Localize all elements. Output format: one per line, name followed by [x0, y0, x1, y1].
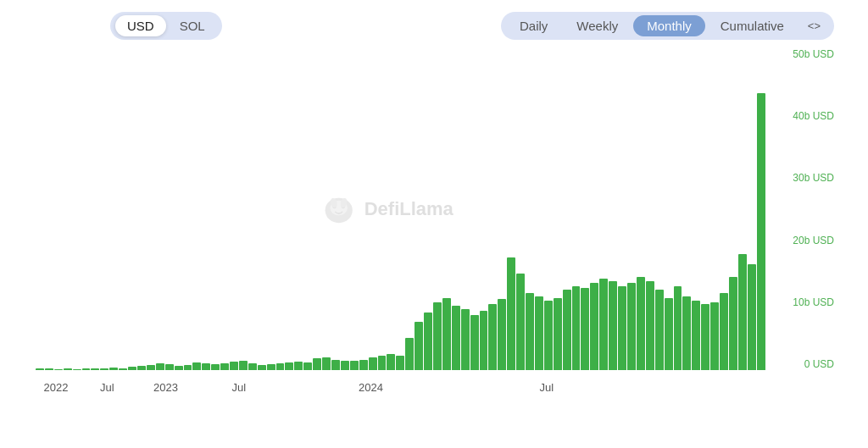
monthly-button[interactable]: Monthly	[633, 15, 705, 36]
bar	[498, 299, 506, 370]
x-axis: 2022Jul2023Jul2024Jul	[34, 370, 766, 404]
bar	[544, 301, 553, 370]
watermark: DefiLlama	[320, 191, 453, 228]
x-axis-label: 2022	[43, 381, 68, 394]
bar	[646, 281, 654, 370]
chart-area: DefiLlama 0 USD10b USD20b USD30b USD40b …	[34, 48, 834, 404]
bar	[313, 358, 321, 370]
bar	[488, 304, 497, 370]
bar	[267, 364, 275, 370]
bar	[341, 361, 349, 370]
bar	[665, 298, 673, 370]
y-axis-label: 50b USD	[766, 48, 834, 60]
bar	[294, 362, 303, 370]
bar	[748, 264, 756, 370]
bar	[461, 309, 470, 370]
bar	[637, 277, 645, 370]
bar	[396, 356, 404, 370]
bar	[378, 356, 387, 370]
top-bar: USD SOL Daily Weekly Monthly Cumulative …	[0, 0, 868, 48]
watermark-logo-icon	[320, 191, 358, 228]
bar	[165, 364, 174, 370]
sol-button[interactable]: SOL	[168, 15, 217, 36]
bar	[480, 311, 488, 370]
bar	[415, 322, 423, 370]
bar	[674, 286, 682, 370]
bar	[618, 286, 626, 370]
watermark-text: DefiLlama	[364, 198, 453, 220]
bar	[202, 363, 210, 370]
bar	[369, 357, 377, 370]
chart-inner: DefiLlama	[34, 48, 766, 370]
weekly-button[interactable]: Weekly	[563, 15, 632, 36]
bar	[239, 361, 248, 370]
bar	[424, 312, 432, 370]
bar	[554, 298, 562, 370]
y-axis-label: 10b USD	[766, 296, 834, 308]
bar	[248, 363, 257, 370]
bar	[433, 302, 442, 370]
bar	[535, 296, 543, 370]
bar	[682, 296, 691, 370]
bar	[563, 290, 571, 370]
bar	[220, 363, 229, 370]
y-axis-label: 30b USD	[766, 172, 834, 184]
bar	[720, 293, 728, 370]
bar	[655, 290, 664, 370]
bar	[757, 93, 765, 370]
x-axis-label: 2023	[153, 381, 178, 394]
bar	[303, 362, 312, 370]
bar	[729, 277, 737, 370]
bar	[387, 354, 395, 370]
bar	[701, 304, 709, 370]
embed-button[interactable]: <>	[799, 16, 829, 36]
x-axis-label: Jul	[539, 381, 554, 394]
bar	[192, 362, 201, 370]
usd-button[interactable]: USD	[115, 15, 166, 36]
bar	[609, 281, 617, 370]
x-axis-label: Jul	[232, 381, 247, 394]
cumulative-button[interactable]: Cumulative	[707, 15, 798, 36]
bar	[516, 274, 525, 370]
bar	[692, 301, 700, 370]
bar	[627, 283, 636, 370]
time-toggle: Daily Weekly Monthly Cumulative <>	[501, 12, 834, 40]
bar	[442, 298, 451, 370]
bar	[230, 362, 238, 370]
bar	[738, 254, 747, 370]
y-axis-label: 0 USD	[766, 358, 834, 370]
bar	[322, 357, 331, 370]
daily-button[interactable]: Daily	[506, 15, 561, 36]
bar	[581, 288, 589, 370]
bar	[405, 338, 414, 370]
bar	[710, 302, 719, 370]
y-axis-labels: 0 USD10b USD20b USD30b USD40b USD50b USD	[766, 48, 834, 370]
bar	[452, 306, 460, 370]
bar	[156, 363, 164, 370]
bar	[331, 360, 340, 370]
bar	[285, 362, 293, 370]
x-axis-label: 2024	[359, 381, 383, 394]
currency-toggle: USD SOL	[110, 12, 222, 40]
bar	[590, 283, 598, 370]
bar	[350, 361, 359, 370]
bar	[507, 257, 515, 370]
bar	[526, 293, 534, 370]
bar	[599, 279, 608, 370]
bar	[211, 364, 220, 370]
bar	[470, 315, 479, 370]
bar	[572, 286, 581, 370]
y-axis-label: 40b USD	[766, 110, 834, 122]
x-axis-label: Jul	[100, 381, 114, 394]
y-axis-label: 20b USD	[766, 235, 834, 246]
bar	[276, 363, 285, 370]
bar	[359, 360, 368, 370]
